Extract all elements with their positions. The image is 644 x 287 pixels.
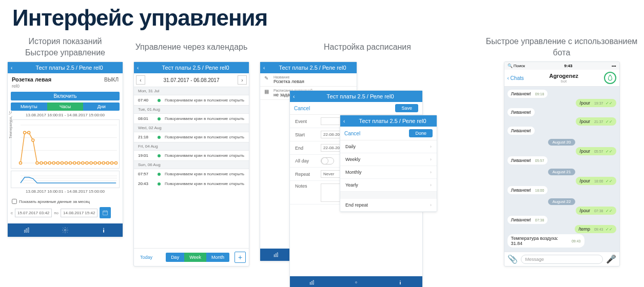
svg-point-5 [24, 131, 26, 134]
archive-label: Показать архивные данные за месяц [19, 199, 90, 204]
name-label: Название [274, 75, 304, 79]
svg-point-19 [82, 162, 84, 165]
allday-toggle[interactable] [321, 157, 334, 165]
search-label: 🔍 Поиск [508, 64, 525, 68]
prev-week-button[interactable]: ‹ [136, 75, 145, 85]
chart-tab-icon[interactable] [260, 249, 292, 261]
tab-minutes[interactable]: Минуты [11, 102, 47, 111]
seg-day[interactable]: Day [166, 253, 184, 262]
message-row: /pour05:57✓✓ [508, 147, 616, 155]
event-row[interactable]: 19:01Поворачиваем кран в положение откры… [134, 151, 249, 160]
attach-icon[interactable]: 📎 [508, 254, 518, 264]
incoming-message[interactable]: Ливанем! [508, 127, 535, 135]
repeat-option[interactable]: Weekly› [340, 153, 437, 166]
archive-checkbox-row[interactable]: Показать архивные данные за месяц [8, 196, 123, 207]
svg-point-27 [115, 162, 118, 165]
outgoing-message[interactable]: /temp09:43✓✓ [575, 225, 616, 233]
cancel-button[interactable]: Cancel [294, 106, 310, 111]
event-row[interactable]: 20:43Поворачиваем кран в положение откры… [134, 179, 249, 189]
svg-point-18 [77, 162, 80, 165]
outgoing-message[interactable]: /pour18:00✓✓ [576, 177, 616, 185]
tab-days[interactable]: Дни [83, 102, 120, 111]
read-tick-icon: ✓✓ [606, 149, 613, 154]
back-icon[interactable]: ‹ [263, 65, 271, 71]
incoming-message[interactable]: Ливанем!07:38 [508, 216, 548, 224]
avatar[interactable] [604, 72, 616, 84]
status-dot-icon [158, 99, 161, 102]
tab-hours[interactable]: Часы [47, 102, 84, 111]
cancel-button[interactable]: Cancel [344, 131, 360, 136]
status-dot-icon [158, 136, 161, 139]
archive-checkbox[interactable] [12, 199, 17, 204]
event-text: Поворачиваем кран в положение открыть [165, 98, 244, 102]
next-week-button[interactable]: › [238, 75, 247, 85]
repeat-option[interactable]: Daily› [340, 140, 437, 153]
back-icon[interactable]: ‹ [343, 118, 352, 124]
add-event-button[interactable]: + [235, 252, 246, 263]
message-row: Ливанем!05:57 [508, 156, 616, 165]
y-axis-label: Температура, °C [9, 111, 12, 138]
message-row: Ливанем!07:38 [508, 216, 616, 224]
incoming-message[interactable]: Ливанем!05:57 [508, 156, 548, 165]
event-row[interactable]: 21:18Поворачиваем кран в положение откры… [134, 132, 249, 142]
back-icon[interactable]: ‹ [293, 94, 301, 99]
message-row: /pour07:38✓✓ [508, 207, 616, 215]
read-tick-icon: ✓✓ [606, 209, 613, 213]
chart-tab-icon[interactable] [290, 276, 334, 287]
message-input[interactable]: Message [521, 255, 603, 264]
event-row[interactable]: 08:01Поворачиваем кран в положение откры… [134, 114, 249, 124]
page-title: Интерфейс управления [0, 0, 644, 31]
done-button[interactable]: Done [409, 129, 433, 137]
from-date-input[interactable]: 15.07.2017 03:42 [15, 209, 52, 217]
status-dot-icon [158, 173, 161, 176]
to-date-input[interactable]: 14.08.2017 15:42 [61, 209, 97, 217]
settings-tab-icon[interactable] [46, 223, 85, 237]
temperature-chart: Температура, °C [11, 119, 120, 169]
repeat-option[interactable]: Monthly› [340, 166, 437, 179]
calendar-icon[interactable] [100, 207, 111, 218]
svg-point-12 [52, 162, 55, 165]
info-tab-icon[interactable] [378, 276, 422, 287]
incoming-message[interactable]: Температура воздуха: 31.8409:43 [508, 234, 584, 248]
outgoing-message[interactable]: /pour19:37✓✓ [576, 99, 616, 107]
mic-icon[interactable]: 🎤 [606, 254, 616, 264]
outgoing-message[interactable]: /pour05:57✓✓ [576, 147, 616, 155]
chart-tab-icon[interactable] [8, 223, 46, 237]
option-label: Yearly [345, 182, 358, 188]
svg-point-11 [48, 162, 51, 165]
end-repeat-row[interactable]: End repeat › [340, 199, 437, 212]
allday-label: All day [295, 158, 321, 163]
outgoing-message[interactable]: /pour21:37✓✓ [576, 117, 616, 126]
repeat-option[interactable]: Yearly› [340, 179, 437, 192]
day-header: Sun, 06 Aug [134, 160, 249, 169]
event-row[interactable]: 07:40Поворачиваем кран в положение откры… [134, 95, 249, 105]
back-icon[interactable]: ‹ [137, 65, 145, 71]
info-tab-icon[interactable] [84, 223, 123, 237]
incoming-message[interactable]: Ливанем! [508, 108, 535, 116]
chats-back-button[interactable]: ‹ Chats [508, 75, 524, 81]
settings-tab-icon[interactable] [334, 276, 378, 287]
svg-point-39 [64, 229, 66, 231]
incoming-message[interactable]: Ливанем!18:00 [508, 186, 548, 194]
svg-rect-42 [274, 255, 275, 257]
from-label: с [11, 211, 13, 215]
incoming-message[interactable]: Ливанем!09:18 [508, 90, 548, 98]
overview-range: 13.08.2017 16:00:01 - 14.08.2017 15:00:0… [8, 189, 123, 194]
event-row[interactable]: 07:57Поворачиваем кран в положение откры… [134, 169, 249, 179]
back-icon[interactable]: ‹ [11, 65, 19, 71]
svg-rect-36 [25, 230, 26, 233]
name-value[interactable]: Розетка левая [274, 79, 304, 84]
seg-month[interactable]: Month [206, 253, 229, 262]
event-text: Поворачиваем кран в положение открыть [165, 172, 244, 176]
day-header: Wed, 02 Aug [134, 124, 249, 132]
view-segment: Day Week Month [166, 253, 229, 262]
seg-week[interactable]: Week [184, 253, 206, 262]
outgoing-message[interactable]: /pour07:38✓✓ [576, 207, 616, 215]
turn-on-button[interactable]: Включить [11, 92, 120, 100]
save-button[interactable]: Save [395, 104, 418, 112]
col2-title: Управление через календарь [135, 36, 248, 58]
today-button[interactable]: Today [137, 255, 155, 260]
end-repeat-label: End repeat [345, 202, 368, 208]
svg-rect-49 [311, 281, 313, 284]
svg-point-22 [94, 162, 96, 165]
